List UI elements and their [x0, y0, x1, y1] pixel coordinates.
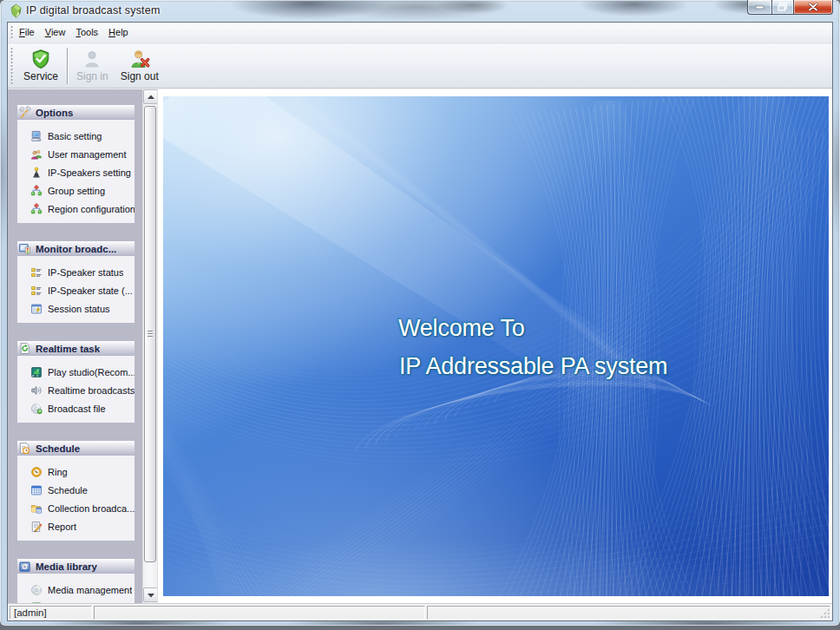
- toolbar-button-sign-out[interactable]: Sign out: [115, 46, 165, 86]
- title-bar[interactable]: IP digital broadcast system: [0, 0, 840, 22]
- menu-item-file[interactable]: File: [14, 23, 40, 43]
- sidebar-item-label: Play studio(Recom...: [48, 367, 135, 377]
- scroll-down-button[interactable]: [143, 587, 158, 602]
- toolbar-button-service[interactable]: Service: [17, 46, 64, 86]
- sidebar-item-label: Realtime broadcasts: [48, 385, 135, 396]
- sidebar-group-items: Basic setting User management IP-Speaker…: [17, 120, 135, 223]
- sidebar-group-header[interactable]: Realtime task: [17, 341, 135, 356]
- window-controls: [747, 0, 833, 15]
- sidebar-item-label: Group setting: [48, 186, 105, 196]
- collection-icon: [30, 502, 43, 515]
- sidebar-group-label: Schedule: [36, 443, 80, 454]
- restore-icon: [778, 3, 788, 11]
- sidebar-group-header[interactable]: Options: [17, 105, 135, 120]
- scrollbar-thumb[interactable]: [144, 106, 156, 562]
- sidebar-group-header[interactable]: Media library: [17, 559, 135, 574]
- scroll-down-arrow-icon: [147, 593, 154, 598]
- disc-note-icon: [30, 403, 43, 415]
- resize-grip-icon[interactable]: [819, 607, 830, 619]
- sidebar-item-realtime-broadcasts[interactable]: Realtime broadcasts: [17, 381, 135, 399]
- sidebar-item-broadcast-file[interactable]: Broadcast file: [17, 399, 135, 417]
- sidebar-item-schedule[interactable]: Schedule: [17, 481, 135, 499]
- sidebar-group-monitor-broadc: Monitor broadc... IP-Speaker status IP-S…: [17, 241, 135, 323]
- play-studio-icon: [30, 366, 43, 378]
- toolbar-button-sign-in[interactable]: Sign in: [70, 46, 115, 86]
- sidebar-item-play-studio-recom[interactable]: Play studio(Recom...: [17, 363, 135, 381]
- sidebar-group-header[interactable]: Schedule: [17, 441, 135, 456]
- toolbar-grip[interactable]: [10, 47, 13, 85]
- menu-item-view[interactable]: View: [40, 23, 71, 43]
- sidebar-group-items: Play studio(Recom... Realtime broadcasts…: [17, 356, 135, 423]
- tool-bar: Service Sign in Sign out: [8, 44, 832, 89]
- status-panel-3: [427, 606, 830, 620]
- sidebar-item-label: Basic setting: [48, 131, 102, 141]
- org-tree-icon: [30, 203, 43, 215]
- ring-clock-icon: [30, 466, 43, 478]
- welcome-hero-image: Welcome To IP Addressable PA system: [163, 96, 829, 596]
- desktop-backdrop: IP digital broadcast system: [0, 0, 840, 630]
- computer-icon: [30, 130, 43, 142]
- sidebar-item-label: IP-Speaker status: [48, 267, 123, 278]
- sidebar-item-label: IP-Speaker state (...: [48, 285, 133, 296]
- sidebar-item-media-management[interactable]: Media management: [17, 581, 135, 599]
- sidebar-item-label: Collection broadca...: [48, 503, 135, 514]
- close-icon: [809, 3, 818, 11]
- sidebar-item-ring[interactable]: Ring: [17, 463, 135, 481]
- hero-wave-art: [163, 96, 829, 596]
- sign-in-person-icon: [82, 49, 102, 69]
- sidebar-item-ip-speaker-state[interactable]: IP-Speaker state (...: [17, 281, 135, 299]
- sidebar-item-region-configuration[interactable]: Region configuration: [17, 200, 135, 218]
- toolbar-button-label: Sign in: [76, 70, 108, 82]
- sidebar-scrollbar[interactable]: [142, 89, 157, 603]
- media-library-icon: [18, 560, 31, 573]
- minimize-button[interactable]: [747, 0, 771, 15]
- menu-bar: FileViewToolsHelp: [8, 23, 832, 43]
- toolbar-buttons: Service Sign in Sign out: [17, 46, 165, 86]
- close-button[interactable]: [794, 0, 833, 15]
- status-panel-2: [94, 606, 425, 620]
- scrollbar-thumb-grip-icon: [148, 331, 153, 338]
- sidebar-item-user-management[interactable]: User management: [17, 145, 135, 163]
- body-row: Options Basic setting User management IP…: [8, 89, 832, 603]
- sidebar: Options Basic setting User management IP…: [8, 89, 142, 603]
- menu-grip[interactable]: [10, 25, 13, 40]
- sidebar-item-label: Report: [48, 522, 76, 532]
- sidebar-group-label: Media library: [36, 561, 97, 572]
- status-bar: [admin]: [8, 603, 832, 620]
- status-list-icon: [30, 266, 43, 279]
- menu-item-help[interactable]: Help: [103, 23, 134, 43]
- sidebar-group-realtime-task: Realtime task Play studio(Recom... Realt…: [17, 341, 135, 423]
- sidebar-item-label: Schedule: [48, 485, 88, 495]
- sidebar-group-label: Options: [36, 108, 73, 118]
- sign-out-person-icon: [129, 49, 150, 69]
- sidebar-item-session-status[interactable]: Session status: [17, 299, 135, 318]
- scroll-up-arrow-icon: [147, 95, 154, 100]
- minimize-icon: [755, 4, 765, 10]
- status-user-text: [admin]: [10, 607, 91, 618]
- sidebar-item-ip-speaker-status[interactable]: IP-Speaker status: [17, 263, 135, 281]
- toolbar-separator: [67, 48, 68, 84]
- sidebar-item-report[interactable]: Report: [17, 517, 135, 535]
- status-panel-user: [admin]: [10, 606, 92, 620]
- monitor-group-icon: [18, 242, 31, 255]
- sidebar-item-label: Broadcast file: [48, 404, 106, 414]
- window-title: IP digital broadcast system: [26, 4, 161, 16]
- sidebar-item-collection-broadca[interactable]: Collection broadca...: [17, 499, 135, 517]
- sidebar-group-label: Monitor broadc...: [36, 244, 116, 254]
- app-window: IP digital broadcast system: [0, 0, 840, 626]
- sidebar-item-basic-setting[interactable]: Basic setting: [17, 127, 135, 145]
- welcome-line2: IP Addressable PA system: [399, 353, 667, 380]
- scroll-up-button[interactable]: [143, 89, 158, 104]
- sidebar-group-schedule: Schedule Ring Schedule Collection broadc…: [17, 441, 135, 541]
- sidebar-group-label: Realtime task: [36, 344, 100, 354]
- sidebar-group-header[interactable]: Monitor broadc...: [17, 241, 135, 256]
- cd-icon: [30, 584, 43, 596]
- sidebar-item-label: Region configuration: [48, 204, 135, 214]
- sidebar-item-label: Media management: [48, 585, 132, 595]
- sidebar-item-group-setting[interactable]: Group setting: [17, 181, 135, 200]
- sidebar-item-ip-speakers-setting[interactable]: IP-Speakers setting: [17, 163, 135, 181]
- sidebar-item-label: Session status: [48, 304, 110, 314]
- sidebar-group-options: Options Basic setting User management IP…: [17, 105, 135, 223]
- menu-item-tools[interactable]: Tools: [70, 23, 103, 43]
- maximize-button[interactable]: [771, 0, 794, 15]
